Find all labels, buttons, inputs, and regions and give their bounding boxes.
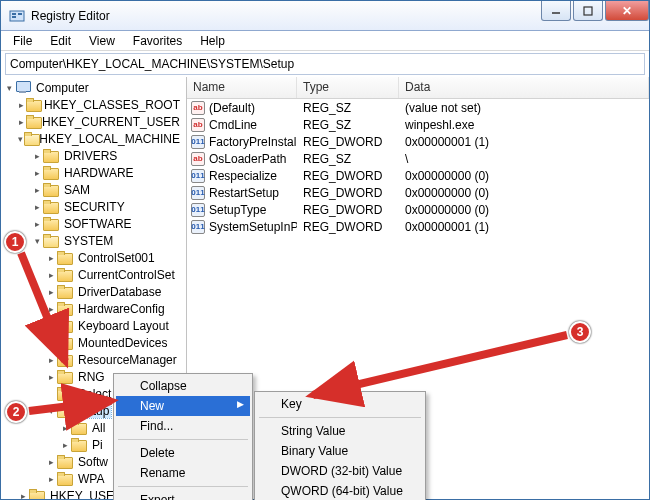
tree-item-label: Keyboard Layout bbox=[76, 319, 171, 333]
value-data: winpeshl.exe bbox=[399, 118, 649, 132]
context-menu-key[interactable]: CollapseNew▶Find...DeleteRenameExport bbox=[113, 373, 253, 500]
tree-item-controlset001[interactable]: ControlSet001 bbox=[1, 249, 186, 266]
tree-twisty-icon[interactable] bbox=[31, 168, 43, 178]
annotation-badge-3: 3 bbox=[569, 321, 591, 343]
close-button[interactable]: ✕ bbox=[605, 1, 649, 21]
tree-twisty-icon[interactable] bbox=[45, 355, 57, 365]
address-bar[interactable]: Computer\HKEY_LOCAL_MACHINE\SYSTEM\Setup bbox=[5, 53, 645, 75]
tree-item-label: Select bbox=[76, 387, 113, 401]
menu-help[interactable]: Help bbox=[192, 32, 233, 50]
tree-item-label: SECURITY bbox=[62, 200, 127, 214]
col-type-header[interactable]: Type bbox=[297, 77, 399, 98]
tree-twisty-icon[interactable] bbox=[17, 100, 26, 110]
list-row[interactable]: abCmdLineREG_SZwinpeshl.exe bbox=[187, 116, 649, 133]
value-data: 0x00000000 (0) bbox=[399, 186, 649, 200]
computer-icon bbox=[15, 81, 31, 94]
tree-twisty-icon[interactable] bbox=[45, 270, 57, 280]
tree-item-sam[interactable]: SAM bbox=[1, 181, 186, 198]
tree-item-label: All bbox=[90, 421, 107, 435]
list-row[interactable]: 011SetupTypeREG_DWORD0x00000000 (0) bbox=[187, 201, 649, 218]
tree-item-hkey-classes-root[interactable]: HKEY_CLASSES_ROOT bbox=[1, 96, 186, 113]
tree-twisty-icon[interactable] bbox=[17, 134, 24, 144]
tree-item-label: Pi bbox=[90, 438, 105, 452]
address-text: Computer\HKEY_LOCAL_MACHINE\SYSTEM\Setup bbox=[10, 57, 294, 71]
context-menu-new[interactable]: KeyString ValueBinary ValueDWORD (32-bit… bbox=[254, 391, 426, 500]
minimize-button[interactable] bbox=[541, 1, 571, 21]
menu-item-dword-32-bit-value[interactable]: DWORD (32-bit) Value bbox=[257, 461, 423, 481]
tree-twisty-icon[interactable] bbox=[45, 457, 57, 467]
menu-item-new[interactable]: New▶ bbox=[116, 396, 250, 416]
menu-separator bbox=[118, 486, 248, 487]
tree-item-hardware[interactable]: HARDWARE bbox=[1, 164, 186, 181]
tree-item-resourcemanager[interactable]: ResourceManager bbox=[1, 351, 186, 368]
value-name: RestartSetup bbox=[209, 186, 279, 200]
col-data-header[interactable]: Data bbox=[399, 77, 649, 98]
menu-view[interactable]: View bbox=[81, 32, 123, 50]
tree-item-hkey-current-user[interactable]: HKEY_CURRENT_USER bbox=[1, 113, 186, 130]
tree-twisty-icon[interactable] bbox=[31, 219, 43, 229]
menu-item-collapse[interactable]: Collapse bbox=[116, 376, 250, 396]
folder-icon bbox=[57, 404, 73, 417]
tree-twisty-icon[interactable] bbox=[45, 406, 57, 416]
tree-item-keyboard-layout[interactable]: Keyboard Layout bbox=[1, 317, 186, 334]
string-value-icon: ab bbox=[191, 118, 205, 132]
tree-item-security[interactable]: SECURITY bbox=[1, 198, 186, 215]
menu-item-binary-value[interactable]: Binary Value bbox=[257, 441, 423, 461]
tree-twisty-icon[interactable] bbox=[45, 474, 57, 484]
tree-twisty-icon[interactable] bbox=[45, 304, 57, 314]
tree-twisty-icon[interactable] bbox=[31, 185, 43, 195]
tree-twisty-icon[interactable] bbox=[59, 440, 71, 450]
value-name: FactoryPreInstall... bbox=[209, 135, 297, 149]
list-header[interactable]: Name Type Data bbox=[187, 77, 649, 99]
tree-item-label: CurrentControlSet bbox=[76, 268, 177, 282]
menu-favorites[interactable]: Favorites bbox=[125, 32, 190, 50]
list-row[interactable]: 011RestartSetupREG_DWORD0x00000000 (0) bbox=[187, 184, 649, 201]
tree-item-computer[interactable]: Computer bbox=[1, 79, 186, 96]
tree-twisty-icon[interactable] bbox=[17, 491, 29, 500]
menu-item-rename[interactable]: Rename bbox=[116, 463, 250, 483]
menu-item-string-value[interactable]: String Value bbox=[257, 421, 423, 441]
folder-icon bbox=[26, 115, 37, 128]
tree-twisty-icon[interactable] bbox=[45, 372, 57, 382]
tree-twisty-icon[interactable] bbox=[45, 321, 57, 331]
tree-twisty-icon[interactable] bbox=[59, 423, 71, 433]
tree-item-system[interactable]: SYSTEM bbox=[1, 232, 186, 249]
tree-item-currentcontrolset[interactable]: CurrentControlSet bbox=[1, 266, 186, 283]
menu-file[interactable]: File bbox=[5, 32, 40, 50]
tree-item-hkey-local-machine[interactable]: HKEY_LOCAL_MACHINE bbox=[1, 130, 186, 147]
menu-item-qword-64-bit-value[interactable]: QWORD (64-bit) Value bbox=[257, 481, 423, 500]
list-row[interactable]: ab(Default)REG_SZ(value not set) bbox=[187, 99, 649, 116]
tree-item-mounteddevices[interactable]: MountedDevices bbox=[1, 334, 186, 351]
tree-item-software[interactable]: SOFTWARE bbox=[1, 215, 186, 232]
tree-twisty-icon[interactable] bbox=[31, 236, 43, 246]
folder-icon bbox=[57, 370, 73, 383]
list-row[interactable]: 011SystemSetupInP...REG_DWORD0x00000001 … bbox=[187, 218, 649, 235]
list-row[interactable]: 011FactoryPreInstall...REG_DWORD0x000000… bbox=[187, 133, 649, 150]
tree-twisty-icon[interactable] bbox=[17, 117, 26, 127]
folder-icon bbox=[29, 489, 45, 499]
list-row[interactable]: 011RespecializeREG_DWORD0x00000000 (0) bbox=[187, 167, 649, 184]
tree-twisty-icon[interactable] bbox=[45, 253, 57, 263]
tree-twisty-icon[interactable] bbox=[3, 83, 15, 93]
tree-item-driverdatabase[interactable]: DriverDatabase bbox=[1, 283, 186, 300]
tree-twisty-icon[interactable] bbox=[31, 202, 43, 212]
registry-editor-window: Registry Editor ✕ File Edit View Favorit… bbox=[0, 0, 650, 500]
menu-edit[interactable]: Edit bbox=[42, 32, 79, 50]
menu-item-key[interactable]: Key bbox=[257, 394, 423, 414]
tree-item-label: DriverDatabase bbox=[76, 285, 163, 299]
menu-item-export[interactable]: Export bbox=[116, 490, 250, 500]
dword-value-icon: 011 bbox=[191, 203, 205, 217]
folder-icon bbox=[57, 319, 73, 332]
maximize-button[interactable] bbox=[573, 1, 603, 21]
tree-item-hardwareconfig[interactable]: HardwareConfig bbox=[1, 300, 186, 317]
menu-item-delete[interactable]: Delete bbox=[116, 443, 250, 463]
col-name-header[interactable]: Name bbox=[187, 77, 297, 98]
list-row[interactable]: abOsLoaderPathREG_SZ\ bbox=[187, 150, 649, 167]
tree-item-label: HKEY_CLASSES_ROOT bbox=[42, 98, 182, 112]
tree-twisty-icon[interactable] bbox=[31, 151, 43, 161]
titlebar[interactable]: Registry Editor ✕ bbox=[1, 1, 649, 31]
menu-item-find-[interactable]: Find... bbox=[116, 416, 250, 436]
folder-icon bbox=[57, 302, 73, 315]
tree-item-drivers[interactable]: DRIVERS bbox=[1, 147, 186, 164]
tree-twisty-icon[interactable] bbox=[45, 287, 57, 297]
